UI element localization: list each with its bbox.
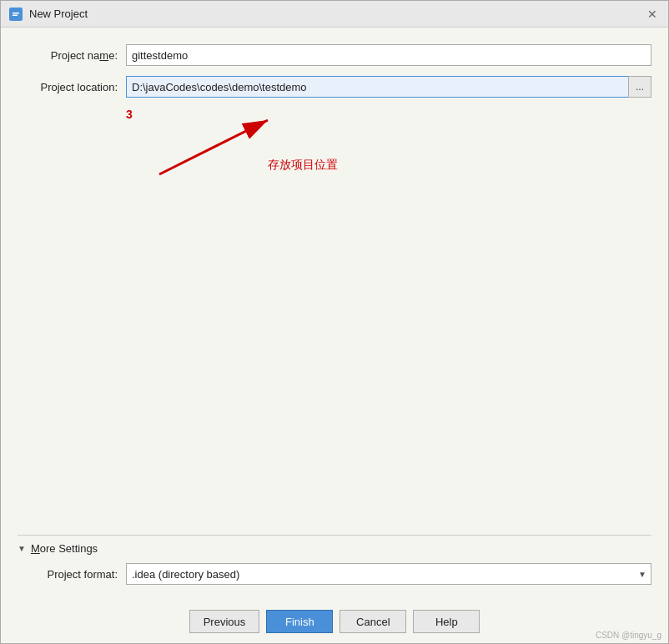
project-format-select[interactable]: .idea (directory based) Eclipse (.classp…: [126, 563, 651, 585]
dialog-title: New Project: [29, 8, 88, 20]
previous-button[interactable]: Previous: [189, 610, 260, 633]
project-location-row: Project location: ...: [18, 76, 651, 98]
finish-label: Finish: [285, 616, 314, 628]
project-location-input-group: ...: [126, 76, 651, 98]
browse-button[interactable]: ...: [628, 76, 651, 98]
project-location-label: Project location:: [18, 81, 126, 93]
more-settings-content: Project format: .idea (directory based) …: [18, 563, 651, 585]
svg-rect-1: [13, 13, 19, 14]
cancel-label: Cancel: [356, 616, 390, 628]
project-format-label: Project format:: [18, 568, 126, 581]
step-number: 3: [126, 108, 133, 121]
project-format-select-wrapper: .idea (directory based) Eclipse (.classp…: [126, 563, 651, 585]
svg-line-4: [159, 120, 268, 174]
help-button[interactable]: Help: [413, 610, 480, 633]
previous-label: Previous: [204, 616, 246, 628]
dialog-icon: [9, 8, 23, 21]
annotation-label: 存放项目位置: [268, 158, 338, 173]
more-settings-section: ▼ More Settings Project format: .idea (d…: [18, 535, 651, 593]
finish-button[interactable]: Finish: [266, 610, 333, 633]
more-settings-toggle[interactable]: ▼ More Settings: [18, 542, 651, 555]
watermark: CSDN @tingyu_g: [596, 631, 661, 640]
title-bar: New Project ✕: [1, 1, 668, 28]
dialog-footer: Previous Finish Cancel Help: [1, 601, 668, 643]
project-location-input[interactable]: [126, 76, 628, 98]
title-bar-left: New Project: [9, 8, 88, 21]
close-button[interactable]: ✕: [645, 7, 660, 22]
project-name-input[interactable]: [126, 44, 651, 66]
cancel-button[interactable]: Cancel: [340, 610, 406, 633]
more-settings-label: More Settings: [31, 542, 98, 555]
svg-rect-2: [13, 14, 18, 16]
project-name-label: Project name:: [18, 49, 126, 62]
help-label: Help: [435, 616, 458, 628]
more-settings-chevron: ▼: [18, 544, 26, 553]
svg-rect-0: [11, 9, 21, 19]
project-name-row: Project name:: [18, 44, 651, 66]
dialog-body: Project name: Project location: ... 3: [1, 28, 668, 601]
annotation-area: 3 存放项目位置: [126, 108, 651, 535]
new-project-dialog: New Project ✕ Project name: Project loca…: [0, 0, 669, 644]
